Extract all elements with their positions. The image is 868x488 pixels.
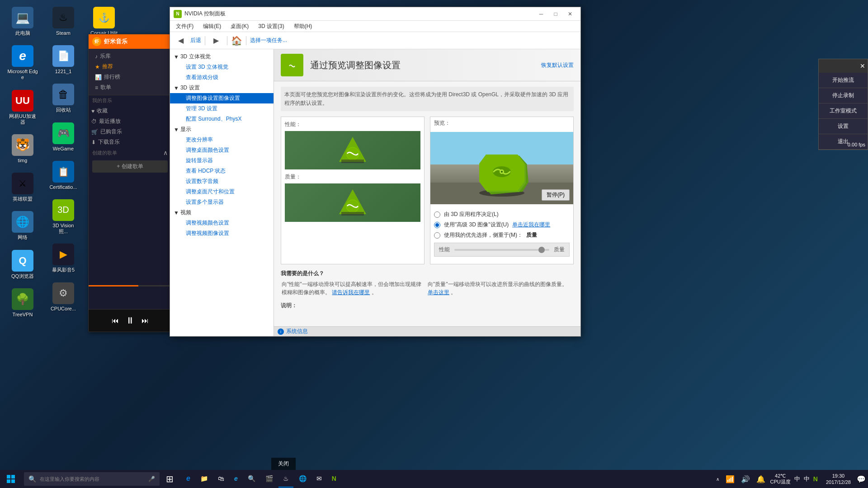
music-nav-recommend[interactable]: ★推荐 [92, 61, 168, 72]
tree-group-3d-stereo[interactable]: ▼3D 立体视觉 [170, 52, 274, 62]
tree-group-video[interactable]: ▼视频 [170, 207, 274, 218]
tree-group-display[interactable]: ▼显示 [170, 124, 274, 135]
link-text[interactable]: 请告诉我在哪里 [332, 289, 370, 296]
search-bar[interactable]: 🔍 在这里输入你要搜索的内容 🎤 [24, 472, 160, 486]
music-nav-songs[interactable]: ≡歌单 [92, 82, 168, 93]
music-purchased[interactable]: 🛒已购音乐 [89, 127, 171, 137]
taskbar-mail[interactable]: ✉ [312, 470, 326, 488]
music-recent[interactable]: ⏱最近播放 [89, 116, 171, 127]
icon-1221[interactable]: 📄 1221_1 [45, 43, 81, 77]
prev-btn[interactable]: ⏮ [112, 317, 119, 325]
tree-item-change-res[interactable]: 更改分辨率 [170, 135, 274, 145]
menu-edit[interactable]: 编辑(E) [199, 21, 225, 32]
radio-options-container: 由 3D 应用程序决定(L) 使用"高级 3D 图像"设置(U) 单击近我在哪里 [430, 204, 573, 264]
visit-link[interactable]: 单击近我在哪里 [512, 221, 550, 229]
tree-item-desktop-size[interactable]: 调整桌面尺寸和位置 [170, 187, 274, 197]
play-pause-btn[interactable]: ⏸ [126, 315, 135, 326]
icon-network[interactable]: 🌐 网络 [5, 209, 41, 243]
tray-expand-btn[interactable]: ∧ [715, 477, 721, 482]
home-icon[interactable]: 🏠 [231, 35, 242, 46]
start-stream-btn[interactable]: 开始推流 [819, 73, 868, 88]
back-label[interactable]: 后退 [190, 37, 201, 44]
forward-btn[interactable]: ▶ [209, 34, 223, 47]
nvidia-tray-icon[interactable]: N [813, 475, 818, 483]
taskbar-edge[interactable]: e [182, 470, 195, 488]
radio-custom-input[interactable] [434, 232, 440, 239]
language-indicator[interactable]: 中 [794, 475, 800, 483]
icon-timg[interactable]: 🐯 timg [5, 132, 41, 166]
stop-record-btn[interactable]: 停止录制 [819, 88, 868, 103]
created-expand-icon[interactable]: ∧ [163, 149, 168, 156]
icon-3dvision[interactable]: 3D 3D Vision 照... [45, 197, 81, 237]
icon-cpucore[interactable]: ⚙ CPUCore... [45, 280, 81, 314]
tree-item-game-rating[interactable]: 查看游戏分级 [170, 72, 274, 83]
taskbar-globe[interactable]: 🌐 [294, 470, 311, 488]
taskbar-explorer[interactable]: 📁 [196, 470, 212, 488]
task-view-btn[interactable]: ⊞ [160, 470, 179, 488]
slider-thumb[interactable] [538, 247, 545, 253]
back-btn[interactable]: ◀ [174, 34, 188, 47]
tree-item-rotate[interactable]: 旋转显示器 [170, 155, 274, 166]
icon-edge[interactable]: e Microsoft Edge [5, 43, 41, 83]
radio-app-decide-input[interactable] [434, 211, 440, 218]
taskbar-media[interactable]: 🎬 [261, 470, 278, 488]
icon-steam[interactable]: ♨ Steam [45, 5, 81, 38]
icon-lol[interactable]: ⚔ 英雄联盟 [5, 170, 41, 204]
music-nav-library[interactable]: ♪乐库 [92, 51, 168, 61]
slider-track[interactable] [454, 249, 549, 251]
icon-cpucore-label: CPUCore... [51, 306, 76, 312]
taskbar-clock[interactable]: 19:30 2017/12/28 [822, 473, 854, 486]
tree-item-video-image[interactable]: 调整视频图像设置 [170, 228, 274, 239]
pause-button[interactable]: 暂停(P) [542, 189, 570, 201]
menu-3d[interactable]: 3D 设置(3) [255, 21, 288, 32]
icon-certification[interactable]: 📋 Certificatio... [45, 159, 81, 192]
taskbar-nvidia-app[interactable]: N [327, 470, 341, 488]
tree-item-configure-surround[interactable]: 配置 Surround、PhysX [170, 114, 274, 124]
taskbar-store[interactable]: 🛍 [213, 470, 229, 488]
music-nav-chart[interactable]: 📊排行榜 [92, 72, 168, 82]
input-method-indicator[interactable]: 中 [804, 475, 810, 483]
icon-qqbrowser[interactable]: Q QQ浏览器 [5, 248, 41, 282]
close-btn[interactable]: ✕ [563, 9, 577, 19]
restore-defaults-btn[interactable]: 恢复默认设置 [541, 61, 574, 69]
notification-icon[interactable]: 🔔 [755, 475, 767, 483]
icon-163music[interactable]: UU 网易UU加速器 [5, 88, 41, 127]
taskbar-ie[interactable]: e [230, 470, 242, 488]
tree-item-adjust-color[interactable]: 调整桌面颜色设置 [170, 145, 274, 155]
system-info-link[interactable]: i 系统信息 [278, 328, 308, 335]
icon-computer[interactable]: 💻 此电脑 [5, 5, 41, 38]
network-tray-icon[interactable]: 📶 [724, 475, 736, 483]
tree-item-set-stereo[interactable]: 设置 3D 立体视觉 [170, 62, 274, 72]
taskbar-steam-app[interactable]: ♨ [278, 470, 293, 488]
next-btn[interactable]: ⏭ [142, 317, 149, 325]
icon-recycle[interactable]: 🗑 回收站 [45, 81, 81, 115]
menu-help[interactable]: 帮助(H) [290, 21, 316, 32]
music-download[interactable]: ⬇下载音乐 [89, 137, 171, 147]
action-center-btn[interactable]: 💬 [854, 470, 868, 488]
settings-btn[interactable]: 设置 [819, 119, 868, 134]
volume-tray-icon[interactable]: 🔊 [740, 475, 751, 483]
icon-wegame[interactable]: 🎮 WeGame [45, 120, 81, 154]
radio-advanced-input[interactable] [434, 222, 440, 228]
music-fav[interactable]: ♥收藏 [89, 106, 171, 116]
side-panel-close[interactable]: ✕ [860, 62, 865, 70]
tree-item-manage-3d[interactable]: 管理 3D 设置 [170, 103, 274, 114]
create-playlist-btn[interactable]: + 创建歌单 [92, 160, 168, 173]
menu-desktop[interactable]: 桌面(K) [227, 21, 252, 32]
maximize-btn[interactable]: □ [549, 9, 562, 19]
icon-nuying[interactable]: ▶ 暴风影音5 [45, 241, 81, 275]
tree-item-multi-display[interactable]: 设置多个显示器 [170, 197, 274, 207]
menu-file[interactable]: 文件(F) [172, 21, 197, 32]
start-button[interactable] [0, 470, 22, 488]
tree-item-video-color[interactable]: 调整视频颜色设置 [170, 218, 274, 228]
tree-item-hdcp[interactable]: 查看 HDCP 状态 [170, 166, 274, 176]
tree-group-3d-settings[interactable]: ▼3D 设置 [170, 83, 274, 93]
icon-treevpn[interactable]: 🌳 TreeVPN [5, 286, 41, 320]
minimize-btn[interactable]: ─ [534, 9, 548, 19]
tree-item-digital-audio[interactable]: 设置数字音频 [170, 176, 274, 187]
link-text2[interactable]: 单击这里 [428, 289, 449, 296]
studio-mode-btn[interactable]: 工作室模式 [819, 103, 868, 119]
voice-icon[interactable]: 🎤 [148, 476, 155, 482]
tree-item-adjust-image[interactable]: 调整图像设置图像设置 [170, 93, 274, 103]
taskbar-search2[interactable]: 🔍 [243, 470, 260, 488]
